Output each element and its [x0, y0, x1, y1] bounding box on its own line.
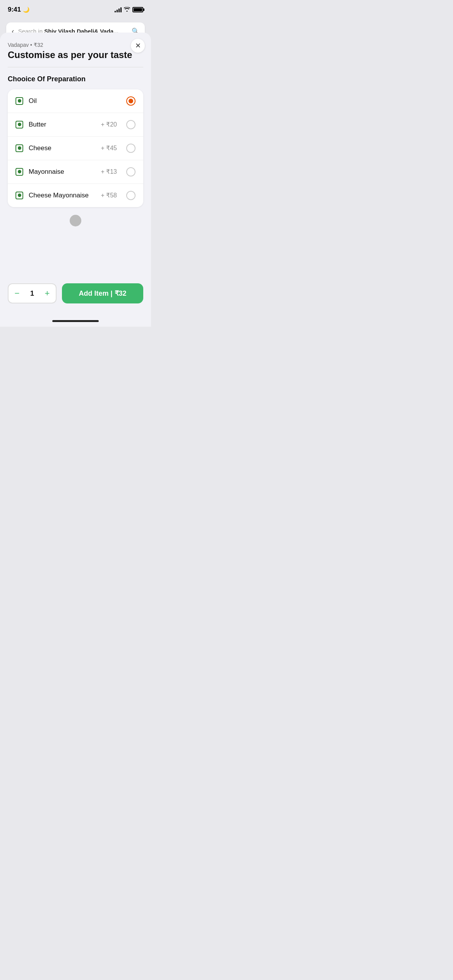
radio-cheese[interactable]	[126, 144, 136, 153]
sheet-content[interactable]: Chooice Of Preparation Oil B	[0, 67, 151, 277]
radio-oil[interactable]	[126, 96, 136, 106]
item-subtitle: Vadapav • ₹32	[8, 42, 143, 48]
close-icon: ✕	[135, 41, 141, 50]
bottom-sheet: ✕ Vadapav • ₹32 Customise as per your ta…	[0, 33, 151, 327]
option-price-mayo: + ₹13	[101, 168, 117, 175]
decrement-button[interactable]: −	[9, 283, 26, 303]
quantity-control: − 1 +	[8, 283, 57, 303]
modal-backdrop: ✕ Vadapav • ₹32 Customise as per your ta…	[0, 0, 151, 327]
option-row-butter[interactable]: Butter + ₹20	[8, 113, 143, 137]
sheet-header: Vadapav • ₹32 Customise as per your tast…	[0, 33, 151, 67]
option-price-cheesemayo: + ₹58	[101, 192, 117, 199]
radio-cheesemayo[interactable]	[126, 191, 136, 200]
option-name-mayo: Mayonnaise	[29, 168, 95, 176]
option-row-cheesemayo[interactable]: Cheese Mayonnaise + ₹58	[8, 184, 143, 207]
veg-indicator-mayo	[15, 168, 23, 176]
veg-indicator-butter	[15, 121, 23, 128]
option-name-oil: Oil	[29, 97, 121, 105]
section-title: Chooice Of Preparation	[8, 75, 143, 83]
home-indicator	[0, 315, 151, 327]
option-row-cheese[interactable]: Cheese + ₹45	[8, 137, 143, 160]
increment-button[interactable]: +	[39, 283, 56, 303]
radio-mayo[interactable]	[126, 167, 136, 176]
scroll-dot	[70, 215, 81, 226]
option-price-cheese: + ₹45	[101, 144, 117, 152]
option-row-mayo[interactable]: Mayonnaise + ₹13	[8, 160, 143, 184]
radio-butter[interactable]	[126, 120, 136, 129]
scroll-indicator	[8, 207, 143, 230]
option-name-cheese: Cheese	[29, 144, 95, 152]
quantity-value: 1	[26, 290, 39, 298]
home-bar	[52, 320, 99, 322]
close-button[interactable]: ✕	[131, 39, 145, 53]
option-row-oil[interactable]: Oil	[8, 89, 143, 113]
veg-indicator-cheesemayo	[15, 192, 23, 199]
veg-indicator-oil	[15, 97, 23, 105]
options-card: Oil Butter + ₹20	[8, 89, 143, 207]
option-name-butter: Butter	[29, 121, 95, 128]
add-item-label: Add Item | ₹32	[79, 289, 126, 298]
option-name-cheesemayo: Cheese Mayonnaise	[29, 192, 95, 199]
add-item-button[interactable]: Add Item | ₹32	[62, 283, 143, 303]
option-price-butter: + ₹20	[101, 121, 117, 128]
veg-indicator-cheese	[15, 144, 23, 152]
customise-title: Customise as per your taste	[8, 50, 143, 61]
bottom-action-bar: − 1 + Add Item | ₹32	[0, 277, 151, 315]
